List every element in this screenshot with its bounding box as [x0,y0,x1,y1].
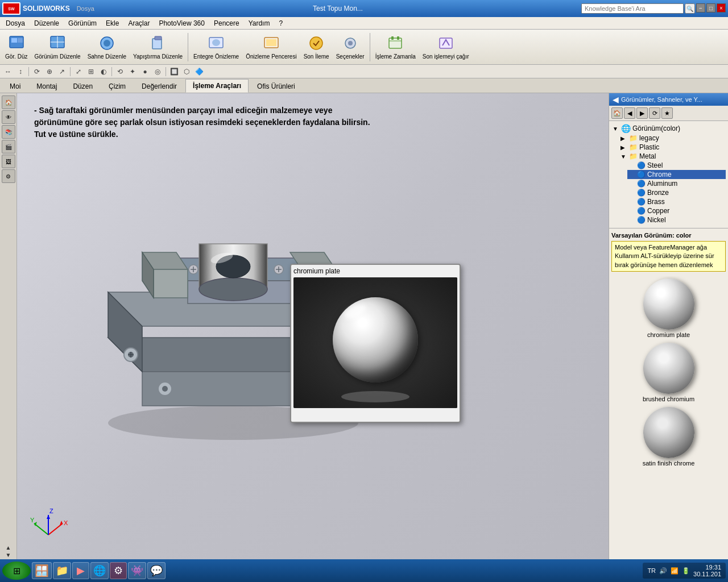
tree-item-legacy[interactable]: ▶ 📁 legacy [619,134,726,143]
left-btn-view[interactable]: 👁 [2,110,15,124]
tool-son-isleme-label: Son işlemeyi çağır [423,53,469,60]
menu-help-icon[interactable]: ? [274,18,287,28]
menu-gorunum[interactable]: Görünüm [64,18,101,28]
tool-yapistirma[interactable]: Yapıştırma Düzenle [130,31,185,63]
sec-light-btn[interactable]: ✦ [127,66,138,77]
menu-araclar[interactable]: Araçlar [123,18,154,28]
menu-yardim[interactable]: Yardım [244,18,275,28]
app-title: SOLIDWORKS [23,5,70,13]
svg-rect-2 [18,38,23,43]
title-text: Test Topu Mon... [97,5,579,13]
taskbar-explorer[interactable]: 🪟 [32,562,52,579]
tree-item-brass[interactable]: 🔵 Brass [627,197,726,206]
tool-sahne-duzenle[interactable]: Sahne Düzenle [85,31,129,63]
menu-dosya[interactable]: Dosya [77,5,94,12]
tree-item-bronze[interactable]: 🔵 Bronze [627,188,726,197]
tool-son-ileme[interactable]: Son İleme [301,31,332,63]
tab-duzen[interactable]: Düzen [65,80,100,93]
tree-item-root[interactable]: ▼ 🌐 Görünüm(color) [611,123,726,134]
sec-sep-2 [70,67,71,76]
tool-isleme-zamanla[interactable]: İşleme Zamanla [373,31,419,63]
rp-icon-back[interactable]: ◀ [624,107,635,119]
tool-gorunum-duzenle[interactable]: Görünüm Düzenle [31,31,83,63]
right-panel-title: Görünümler, Sahneler, ve Y... [621,96,702,103]
tray-battery[interactable]: 🔋 [682,567,690,575]
taskbar-chat[interactable]: 💬 [147,562,166,579]
rp-icon-star[interactable]: ★ [661,107,673,119]
sec-zoom-btn[interactable]: ⊕ [44,66,55,77]
tree-item-copper[interactable]: 🔵 Copper [627,206,726,215]
menu-pencere[interactable]: Pencere [209,18,244,28]
knowledge-search-input[interactable] [581,3,684,14]
tool-son-isleme[interactable]: Son işlemeyi çağır [420,31,472,63]
sec-grid-btn[interactable]: 🔲 [168,66,180,77]
tooltip-title: chromium plate [293,267,457,275]
sec-ring-btn[interactable]: ◎ [152,66,163,77]
tray-volume[interactable]: 🔊 [659,567,667,575]
tree-item-plastic[interactable]: ▶ 📁 Plastic [619,143,726,152]
left-arrow-up[interactable]: ▲ [6,544,11,551]
taskbar-solidworks[interactable]: ⚙ [110,562,127,579]
taskbar-media[interactable]: ▶ [72,562,89,579]
taskbar-browser[interactable]: 🌐 [90,562,109,579]
search-btn[interactable]: 🔍 [685,3,695,14]
tool-entegre[interactable]: Entegre Önizleme [191,31,242,63]
tab-cizim[interactable]: Çizim [101,80,133,93]
svg-rect-13 [266,39,276,46]
tool-secenekler[interactable]: Seçenekler [333,31,367,63]
rp-icon-home[interactable]: 🏠 [611,107,623,119]
start-button[interactable]: ⊞ [2,562,31,580]
tray-network[interactable]: 📶 [671,567,679,575]
sec-rotate-btn[interactable]: ⟳ [31,66,43,77]
tab-ofis[interactable]: Ofis Ürünleri [250,80,303,93]
viewport: - Sağ taraftaki görünümler menüsünden pa… [17,93,609,560]
tree-item-aluminum[interactable]: 🔵 Aluminum [627,179,726,188]
tree-item-steel[interactable]: 🔵 Steel [627,161,726,170]
tree-toggle-legacy: ▶ [621,135,627,142]
tree-item-chrome[interactable]: 🔵 Chrome [627,170,726,179]
sec-move-v-btn[interactable]: ↕ [15,66,26,77]
tree-toggle-plastic: ▶ [621,144,627,151]
sec-render-btn[interactable]: ⟲ [114,66,126,77]
tab-moi[interactable]: Moi [2,80,28,93]
tool-onizleme[interactable]: Önizleme Penceresi [243,31,299,63]
menu-duzenle[interactable]: Düzenle [30,18,64,28]
left-btn-home[interactable]: 🏠 [2,95,15,109]
left-panel: 🏠 👁 📚 🎬 🖼 ⚙ ▲ ▼ [0,93,17,560]
tab-montaj[interactable]: Montaj [29,80,64,93]
tab-degerlendir[interactable]: Değerlendir [134,80,184,93]
left-btn-scene[interactable]: 🎬 [2,140,15,153]
maximize-btn[interactable]: □ [706,3,715,13]
rp-icon-refresh[interactable]: ⟳ [649,107,660,119]
right-panel: ◀ Görünümler, Sahneler, ve Y... 🏠 ◀ ▶ ⟳ … [609,93,728,560]
left-btn-decal[interactable]: 🖼 [2,155,15,168]
tab-bar: Moi Montaj Düzen Çizim Değerlendir İşlem… [0,78,728,93]
left-arrow-down[interactable]: ▼ [6,552,11,558]
sec-fit-btn[interactable]: ⤢ [73,66,84,77]
material-card-satin-chrome[interactable]: satin finish chrome [611,407,726,467]
sec-pan-btn[interactable]: ↗ [56,66,68,77]
taskbar-files[interactable]: 📁 [53,562,71,579]
menu-ekle[interactable]: Ekle [101,18,123,28]
menu-dosya[interactable]: Dosya [1,18,30,28]
sec-view-btn[interactable]: ◐ [98,66,109,77]
sec-window-btn[interactable]: ⊞ [85,66,97,77]
tool-gor-duz[interactable]: Gör. Düz [2,31,30,63]
material-card-chromium-plate[interactable]: chromium plate [611,278,726,338]
tree-item-nickel[interactable]: 🔵 Nickel [627,215,726,225]
sec-hex-btn[interactable]: ⬡ [181,66,192,77]
close-btn[interactable]: × [717,3,726,13]
sec-ball-btn[interactable]: ● [139,66,151,77]
left-btn-layers[interactable]: 📚 [2,125,15,139]
taskbar-game[interactable]: 👾 [128,562,146,579]
sec-move-btn[interactable]: ↔ [2,66,14,77]
tab-isleme-araclari[interactable]: İşleme Araçları [185,79,249,93]
left-btn-settings[interactable]: ⚙ [2,169,15,183]
menu-photoview[interactable]: PhotoView 360 [154,18,209,28]
rp-icon-forward[interactable]: ▶ [636,107,648,119]
material-card-brushed-chromium[interactable]: brushed chromium [611,343,726,402]
sec-diamond-btn[interactable]: 🔷 [193,66,205,77]
tree-item-metal[interactable]: ▼ 📁 Metal [619,152,726,161]
yapistirma-icon [149,34,167,52]
minimize-btn[interactable]: − [696,3,705,13]
